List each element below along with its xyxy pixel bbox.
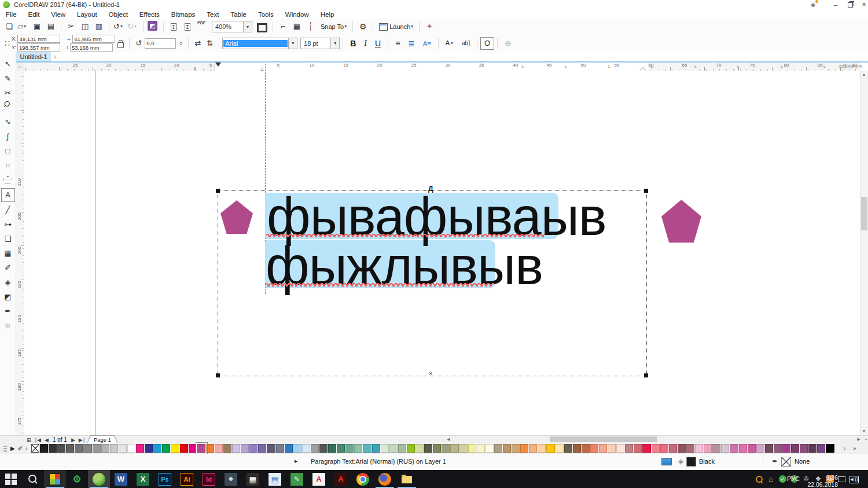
shape-tool[interactable]: ✎: [2, 72, 14, 85]
selection-handle-top-right[interactable]: [644, 189, 648, 193]
ruler-origin-button[interactable]: ⌐: [16, 63, 25, 71]
palette-more-arrow[interactable]: ›: [844, 445, 845, 452]
color-swatch[interactable]: [477, 444, 485, 453]
color-swatch[interactable]: [249, 444, 258, 453]
add-property-button[interactable]: ⊕: [505, 39, 512, 48]
color-swatch[interactable]: [791, 444, 799, 453]
export-button[interactable]: ↥: [182, 21, 193, 32]
color-swatch[interactable]: [293, 444, 301, 453]
tab-stop-marker[interactable]: L: [608, 64, 610, 68]
color-swatch[interactable]: [538, 444, 546, 453]
color-swatch[interactable]: [319, 444, 328, 453]
color-swatch[interactable]: [774, 444, 782, 453]
color-swatch[interactable]: [145, 444, 153, 453]
tray-antivirus[interactable]: ✓: [779, 475, 786, 483]
color-swatch[interactable]: [372, 444, 380, 453]
fill-color-swatch[interactable]: [686, 457, 696, 467]
photoshop-app[interactable]: Ps: [154, 470, 176, 488]
font-size-combo[interactable]: 18 pt ▾: [300, 38, 340, 49]
horizontal-scroll-thumb[interactable]: [550, 436, 657, 442]
palette-back-arrow[interactable]: ‹: [25, 445, 27, 452]
settings-app[interactable]: ⚙: [66, 470, 88, 488]
color-swatch[interactable]: [826, 444, 834, 453]
color-swatch[interactable]: [616, 444, 624, 453]
color-swatch[interactable]: [808, 444, 816, 453]
color-swatch[interactable]: [756, 444, 764, 453]
artistic-media-tool[interactable]: ∫: [2, 130, 14, 143]
selection-handle-bottom-right[interactable]: [644, 373, 648, 377]
color-swatch[interactable]: [730, 444, 738, 453]
snap-to-dropdown[interactable]: Snap To▾: [319, 21, 348, 32]
page-tab[interactable]: Page 1: [87, 436, 117, 443]
vertical-scroll-thumb[interactable]: [861, 197, 867, 230]
color-swatch[interactable]: [512, 444, 520, 453]
color-swatch[interactable]: [669, 444, 677, 453]
color-swatch[interactable]: [678, 444, 686, 453]
palette-expand-arrow[interactable]: »: [853, 445, 856, 452]
next-page-button[interactable]: ▶: [71, 437, 75, 443]
color-swatch[interactable]: [241, 444, 249, 453]
color-swatch[interactable]: [486, 444, 494, 453]
color-swatch[interactable]: [180, 444, 188, 453]
tab-stop-marker[interactable]: L: [565, 64, 567, 68]
outline-pen-tool[interactable]: ✒: [2, 305, 14, 318]
taskbar-search[interactable]: [22, 470, 44, 488]
color-swatch[interactable]: [652, 444, 660, 453]
tab-stop-marker[interactable]: L: [522, 64, 524, 68]
vertical-scrollbar[interactable]: [860, 71, 868, 435]
color-swatch[interactable]: [215, 444, 223, 453]
color-swatch[interactable]: [276, 444, 284, 453]
color-swatch[interactable]: [189, 444, 197, 453]
color-swatch[interactable]: [119, 444, 127, 453]
customize-toolbox-button[interactable]: ⊕: [2, 320, 14, 332]
explorer-app[interactable]: [396, 470, 418, 488]
taskbar-clock[interactable]: 9:36 22.06.2018: [807, 474, 838, 488]
palette-prev-arrow[interactable]: ▶: [10, 445, 15, 452]
color-swatch[interactable]: [590, 444, 598, 453]
notepad-app[interactable]: ▤: [264, 470, 286, 488]
color-swatch[interactable]: [442, 444, 450, 453]
cut-button[interactable]: ✂: [65, 21, 77, 32]
color-swatch[interactable]: [302, 444, 310, 453]
menu-item[interactable]: File: [0, 10, 23, 19]
color-swatch[interactable]: [354, 444, 362, 453]
menu-item[interactable]: Object: [103, 10, 134, 19]
color-swatch[interactable]: [127, 444, 135, 453]
zoom-tool[interactable]: Ϙ: [0, 98, 17, 116]
color-swatch[interactable]: [93, 444, 101, 453]
scroll-down-button[interactable]: ▼: [860, 427, 868, 435]
zoom-level-combo[interactable]: 400% ▾: [212, 21, 252, 32]
mirror-vertical-button[interactable]: ⇅: [207, 39, 213, 47]
color-swatch[interactable]: [546, 444, 554, 453]
undo-button[interactable]: ↺▾: [113, 21, 125, 32]
tab-stop-marker[interactable]: L: [781, 64, 783, 68]
object-width-field[interactable]: 61,985 mm: [72, 35, 115, 43]
underline-button[interactable]: U: [375, 39, 381, 48]
parallel-dimension-tool[interactable]: ╱: [2, 204, 14, 217]
color-eyedropper-tool[interactable]: ✐: [2, 262, 14, 274]
account-icon[interactable]: ☻: [809, 1, 817, 8]
color-swatch[interactable]: [520, 444, 528, 453]
color-swatch[interactable]: [285, 444, 293, 453]
text-frame-marker[interactable]: Д: [428, 185, 433, 193]
color-swatch[interactable]: [800, 444, 808, 453]
color-swatch[interactable]: [817, 444, 825, 453]
lock-ratio-button[interactable]: [117, 42, 124, 48]
hscroll-right-button[interactable]: ▶: [855, 435, 863, 443]
object-height-field[interactable]: 53,168 mm: [70, 43, 113, 52]
publish-pdf-button[interactable]: PDF: [196, 21, 207, 32]
tab-stop-marker[interactable]: L: [694, 64, 697, 68]
vertical-ruler[interactable]: 210205200195190185180175170165: [16, 71, 24, 435]
color-swatch[interactable]: [101, 444, 109, 453]
color-swatch[interactable]: [398, 444, 406, 453]
color-swatch[interactable]: [564, 444, 572, 453]
color-swatch[interactable]: [660, 444, 668, 453]
color-swatch[interactable]: [66, 444, 74, 453]
new-document-button[interactable]: ❏: [3, 21, 15, 32]
smart-fill-tool[interactable]: ◩: [2, 291, 14, 303]
print-button[interactable]: ▤: [45, 21, 57, 32]
document-tab[interactable]: Untitled-1: [16, 52, 51, 61]
color-swatch[interactable]: [40, 444, 48, 453]
italic-button[interactable]: I: [364, 39, 367, 48]
tab-stop-marker[interactable]: L: [737, 64, 740, 68]
